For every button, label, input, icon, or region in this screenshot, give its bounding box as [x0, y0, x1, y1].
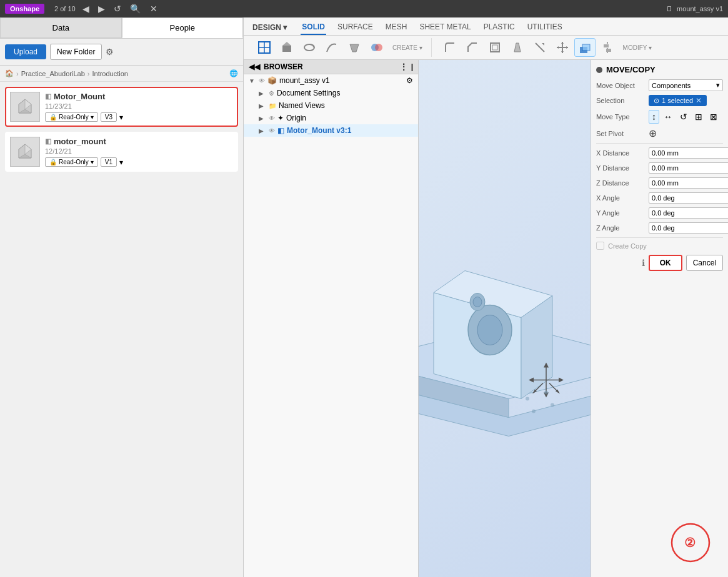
svg-marker-12	[350, 44, 359, 52]
shell-button[interactable]	[484, 38, 506, 57]
action-bar: Upload New Folder ⚙	[0, 39, 243, 66]
tab-utilities[interactable]: UTILITIES	[526, 20, 564, 35]
mate-button[interactable]: ⊠	[707, 110, 721, 124]
z-angle-input[interactable]	[649, 222, 728, 234]
move-object-dropdown[interactable]: Components ▾	[649, 79, 723, 91]
translate-by-line-button[interactable]: ↔	[661, 110, 676, 124]
rotate-button[interactable]: ↺	[677, 110, 691, 124]
clear-selection-button[interactable]: ✕	[696, 96, 702, 105]
create-copy-checkbox[interactable]	[596, 242, 604, 250]
version-badge-1: V3	[101, 112, 117, 122]
right-area: DESIGN ▾ SOLID SURFACE MESH SHEET METAL …	[244, 17, 728, 577]
assembly-icon: 📦	[267, 76, 277, 85]
browser-header: ◀◀ BROWSER ⋮ |	[244, 60, 418, 74]
file-name-1: ◧ Motor_Mount	[45, 92, 233, 101]
browser-item-assembly[interactable]: ▼ 👁 📦 mount_assy v1 ⚙	[244, 74, 418, 87]
scale-button[interactable]	[529, 38, 551, 57]
tab-plastic[interactable]: PLASTIC	[482, 20, 516, 35]
file-badges-1: 🔒 Read-Only ▾ V3 ▾	[45, 112, 233, 122]
lock-icon-1: 🔒	[49, 114, 57, 121]
fillet-button[interactable]	[439, 38, 461, 57]
search-button[interactable]: 🔍	[128, 4, 142, 14]
home-icon[interactable]: 🏠	[5, 69, 14, 77]
tab-sheet-metal[interactable]: SHEET METAL	[418, 20, 472, 35]
svg-rect-16	[492, 45, 497, 50]
upload-button[interactable]: Upload	[5, 44, 46, 59]
svg-point-61	[672, 524, 709, 561]
set-pivot-row: Set Pivot ⊕	[596, 127, 723, 139]
tab-data[interactable]: Data	[0, 17, 122, 38]
chamfer-button[interactable]	[462, 38, 483, 57]
eye-icon-assembly[interactable]: 👁	[259, 77, 265, 84]
loft-button[interactable]	[344, 38, 365, 57]
boolean-button[interactable]	[366, 38, 387, 57]
divider-1	[596, 143, 723, 144]
ok-cancel-row: ℹ OK Cancel	[596, 255, 723, 271]
nav-info: 2 of 10	[54, 5, 76, 12]
file-name-2: ◧ motor_mount	[45, 137, 233, 146]
ok-button[interactable]: OK	[649, 255, 682, 271]
move-type-row: Move Type ↕ ↔ ↺ ⊞ ⊠	[596, 110, 723, 124]
browser-item-doc-settings[interactable]: ▶ ⚙ Document Settings	[244, 87, 418, 99]
selection-icon: ⊙	[654, 97, 659, 105]
move-button[interactable]	[552, 38, 573, 57]
browser-item-motor-mount[interactable]: ▶ 👁 ◧ Motor_Mount v3:1	[244, 124, 418, 137]
draft-button[interactable]	[507, 38, 528, 57]
new-sketch-button[interactable]	[254, 38, 275, 57]
navigate-next-button[interactable]: ▶	[96, 4, 107, 14]
file-item-motor-mount-v3[interactable]: ◧ Motor_Mount 11/23/21 🔒 Read-Only ▾ V3 …	[5, 87, 238, 127]
browser-item-origin[interactable]: ▶ 👁 ✦ Origin	[244, 112, 418, 124]
svg-marker-24	[557, 46, 559, 49]
move-copy-title: MOVE/COPY	[596, 65, 723, 74]
circle2-annotation: ②	[653, 521, 728, 571]
viewport[interactable]: ① ドラッグ & ドロップ	[419, 60, 591, 577]
collapse-browser-button[interactable]: ◀◀	[249, 62, 260, 71]
svg-point-51	[526, 397, 529, 401]
sweep-button[interactable]	[321, 38, 342, 57]
left-panel: Data People Upload New Folder ⚙ 🏠 › Prac…	[0, 17, 244, 577]
move-copy-active-button[interactable]	[574, 38, 596, 57]
settings-button[interactable]: ⚙	[106, 47, 114, 57]
x-distance-row: X Distance	[596, 147, 723, 159]
y-distance-input[interactable]	[649, 162, 728, 174]
x-angle-label: X Angle	[596, 194, 646, 202]
expand-arrow-doc: ▶	[259, 90, 266, 97]
tab-mesh[interactable]: MESH	[384, 20, 409, 35]
browser-menu-button[interactable]: ⋮	[400, 62, 407, 71]
tab-surface[interactable]: SURFACE	[336, 20, 374, 35]
navigate-prev-button[interactable]: ◀	[81, 4, 91, 14]
set-pivot-button[interactable]: ⊕	[649, 127, 657, 139]
browser-options-button[interactable]: |	[411, 62, 413, 71]
breadcrumb-item-2[interactable]: Introduction	[92, 70, 127, 77]
assembly-settings-icon[interactable]: ⚙	[406, 76, 413, 85]
chevron-icon-2: ▾	[91, 159, 94, 165]
selection-badge[interactable]: ⊙ 1 selected ✕	[649, 95, 707, 106]
translate-button[interactable]: ↕	[649, 110, 659, 124]
cancel-button[interactable]: Cancel	[686, 255, 723, 271]
tab-solid[interactable]: SOLID	[301, 20, 326, 35]
window-title-right: 🗌 mount_assy v1	[666, 5, 723, 12]
x-angle-input[interactable]	[649, 192, 728, 204]
z-distance-input[interactable]	[649, 177, 728, 189]
transform-button[interactable]: ⊞	[692, 110, 706, 124]
svg-marker-17	[514, 43, 521, 52]
refresh-button[interactable]: ↺	[112, 4, 123, 14]
tab-people[interactable]: People	[122, 17, 244, 38]
info-button[interactable]: ℹ	[642, 255, 645, 271]
design-dropdown-button[interactable]: DESIGN ▾	[249, 21, 291, 34]
new-folder-button[interactable]: New Folder	[50, 44, 102, 60]
eye-icon-motor[interactable]: 👁	[269, 127, 275, 134]
align-button[interactable]	[597, 38, 618, 57]
file-thumbnail-1	[10, 92, 40, 122]
eye-icon-origin[interactable]: 👁	[269, 115, 275, 122]
selection-row: Selection ⊙ 1 selected ✕	[596, 95, 723, 106]
extrude-button[interactable]	[276, 38, 297, 57]
browser-item-named-views[interactable]: ▶ 📁 Named Views	[244, 99, 418, 112]
x-distance-input[interactable]	[649, 147, 728, 159]
close-button[interactable]: ✕	[150, 4, 157, 14]
file-item-motor-mount-v1[interactable]: ◧ motor_mount 12/12/21 🔒 Read-Only ▾ V1 …	[5, 132, 238, 172]
revolve-button[interactable]	[299, 38, 320, 57]
y-angle-input[interactable]	[649, 207, 728, 219]
y-distance-label: Y Distance	[596, 164, 646, 172]
breadcrumb-item-1[interactable]: Practice_AbudoriLab	[21, 70, 85, 77]
